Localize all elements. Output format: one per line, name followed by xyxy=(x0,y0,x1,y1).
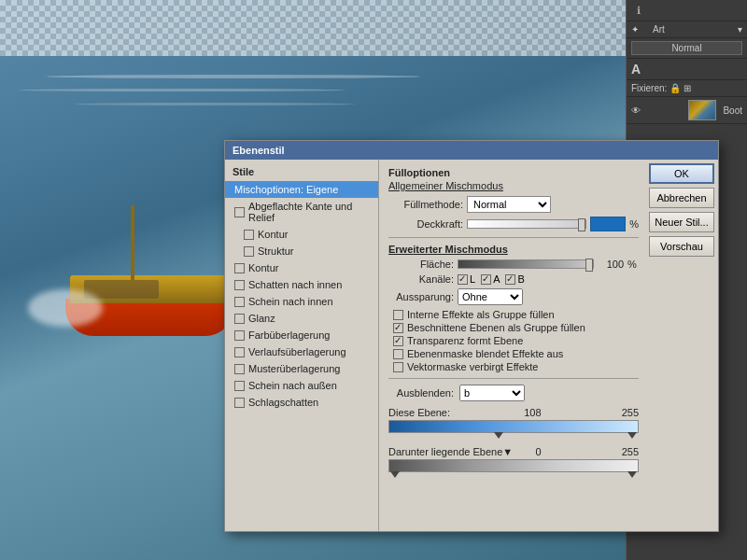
sidebar-header: Stile xyxy=(225,164,378,181)
a-icon: A xyxy=(631,62,641,77)
check1-box[interactable] xyxy=(393,310,403,320)
channel-l-checkbox[interactable] xyxy=(458,274,468,285)
sidebar-item-struktur[interactable]: Struktur xyxy=(225,243,378,259)
sidebar-item-abgeflachte[interactable]: Abgeflachte Kante und Relief xyxy=(225,198,378,226)
section1-title: Fülloptionen xyxy=(388,167,639,178)
kontur2-checkbox[interactable] xyxy=(234,263,245,273)
top-checker xyxy=(0,0,626,56)
channel-b[interactable]: B xyxy=(505,273,524,285)
kanaele-row: Kanäle: L A B xyxy=(388,273,639,285)
fullmethode-dropdown[interactable]: Normal xyxy=(467,196,551,213)
dialog-sidebar: Stile Mischoptionen: Eigene Abgeflachte … xyxy=(225,160,379,531)
sidebar-item-schein-innen[interactable]: Schein nach innen xyxy=(225,293,378,310)
diese-ebene-left: 108 xyxy=(524,407,541,418)
diese-ebene-right-arrow[interactable] xyxy=(627,432,637,439)
channel-a-label: A xyxy=(493,273,500,285)
aussparung-row: Aussparung: Ohne xyxy=(388,288,639,305)
check3-box[interactable] xyxy=(393,336,403,346)
abgeflachte-checkbox[interactable] xyxy=(234,207,245,217)
verlauf-checkbox[interactable] xyxy=(234,347,245,357)
info-icon: ℹ xyxy=(631,3,646,18)
channel-checkboxes: L A B xyxy=(458,273,525,285)
diese-ebene-left-arrow[interactable] xyxy=(494,432,503,439)
ok-button[interactable]: OK xyxy=(649,163,714,184)
check4-box[interactable] xyxy=(393,349,403,359)
check2-box[interactable] xyxy=(393,323,403,333)
glanz-checkbox[interactable] xyxy=(234,314,245,324)
schatten-innen-label: Schatten nach innen xyxy=(248,279,342,290)
abbrechen-button[interactable]: Abbrechen xyxy=(649,188,714,208)
sidebar-item-verlaufsüberlagerung[interactable]: Verlaufsüberlagerung xyxy=(225,343,378,360)
divider1 xyxy=(388,237,639,238)
schein-innen-checkbox[interactable] xyxy=(234,297,245,307)
flache-label: Fläche: xyxy=(388,259,454,270)
sidebar-item-muster[interactable]: Musterüberlagerung xyxy=(225,360,378,377)
channel-b-checkbox[interactable] xyxy=(505,274,515,285)
ausblenden-label: Ausblenden: xyxy=(388,387,454,399)
darunter-left-arrow[interactable] xyxy=(390,471,400,478)
splash xyxy=(28,289,103,327)
schein-aussen-checkbox[interactable] xyxy=(234,381,245,391)
sidebar-item-kontur2[interactable]: Kontur xyxy=(225,259,378,276)
darunter-right-arrow[interactable] xyxy=(627,471,637,478)
panel-layer-row[interactable]: 👁 Boot xyxy=(627,97,747,124)
flache-value: 100 xyxy=(598,259,624,270)
eye-icon[interactable]: 👁 xyxy=(631,105,641,116)
panel-info-row: ℹ xyxy=(627,0,747,21)
channel-a[interactable]: A xyxy=(481,273,500,285)
darunter-band: Darunter liegende Ebene▼ 0 255 xyxy=(388,446,639,472)
abgeflachte-label: Abgeflachte Kante und Relief xyxy=(248,201,371,223)
check5-box[interactable] xyxy=(393,362,403,372)
vorschau-button[interactable]: Vorschau xyxy=(649,236,714,257)
flache-slider[interactable] xyxy=(458,259,594,269)
deckkraft-unit: % xyxy=(629,218,639,230)
farbuberlagerung-checkbox[interactable] xyxy=(234,330,245,341)
check3-row: Transparenz formt Ebene xyxy=(388,335,639,346)
struktur-checkbox[interactable] xyxy=(244,246,254,257)
section1-subtitle: Allgemeiner Mischmodus xyxy=(388,180,639,191)
diese-ebene-header: Diese Ebene: 108 255 xyxy=(388,407,639,418)
deckkraft-input[interactable]: 100 xyxy=(590,217,626,231)
deckkraft-thumb[interactable] xyxy=(578,218,585,231)
sidebar-item-kontur1[interactable]: Kontur xyxy=(225,226,378,243)
darunter-right: 255 xyxy=(622,446,639,457)
channel-l[interactable]: L xyxy=(458,273,475,285)
diese-ebene-track[interactable] xyxy=(388,420,639,433)
neuer-stil-button[interactable]: Neuer Stil... xyxy=(649,212,714,232)
darunter-track[interactable] xyxy=(388,459,639,472)
verlauf-label: Verlaufsüberlagerung xyxy=(248,346,346,357)
panel-fixieren-row: Fixieren: 🔒 ⊞ xyxy=(627,80,747,97)
section2-subtitle: Erweiterter Mischmodus xyxy=(388,244,639,255)
fixieren-label: Fixieren: xyxy=(631,83,667,93)
check5-label: Vektormaske verbirgt Effekte xyxy=(407,361,538,372)
sidebar-item-schatten-innen[interactable]: Schatten nach innen xyxy=(225,276,378,293)
panel-art-row: ✦ Art ▾ xyxy=(627,21,747,38)
kontur1-checkbox[interactable] xyxy=(244,230,254,240)
darunter-values: 0 255 xyxy=(535,446,639,457)
diese-ebene-right: 255 xyxy=(622,407,639,418)
deckkraft-slider[interactable] xyxy=(467,219,586,229)
panel-blend-row[interactable]: Normal xyxy=(627,38,747,59)
sidebar-item-schlagschatten[interactable]: Schlagschatten xyxy=(225,394,378,411)
fullmethode-row: Füllmethode: Normal xyxy=(388,196,639,213)
panel-a-row: A xyxy=(627,59,747,80)
sidebar-item-farbuberlagerung[interactable]: Farbüberlagerung xyxy=(225,327,378,343)
sidebar-item-schein-aussen[interactable]: Schein nach außen xyxy=(225,377,378,394)
check5-row: Vektormaske verbirgt Effekte xyxy=(388,361,639,372)
aussparung-dropdown[interactable]: Ohne xyxy=(458,288,523,305)
ebenenstil-dialog: Ebenenstil Stile Mischoptionen: Eigene A… xyxy=(224,140,719,532)
check1-label: Interne Effekte als Gruppe füllen xyxy=(407,309,555,320)
schlagschatten-checkbox[interactable] xyxy=(234,398,245,408)
mischoptionen-label: Mischoptionen: Eigene xyxy=(234,184,338,195)
flache-unit: % xyxy=(627,259,639,270)
schatten-innen-checkbox[interactable] xyxy=(234,280,245,290)
channel-a-checkbox[interactable] xyxy=(481,274,491,285)
muster-checkbox[interactable] xyxy=(234,364,245,374)
glanz-label: Glanz xyxy=(248,313,275,324)
diese-ebene-label: Diese Ebene: xyxy=(388,407,450,418)
sidebar-item-mischoptionen[interactable]: Mischoptionen: Eigene xyxy=(225,181,378,198)
flache-thumb[interactable] xyxy=(585,259,593,272)
ausblenden-dropdown[interactable]: b xyxy=(459,385,525,401)
dialog-titlebar: Ebenenstil xyxy=(225,141,718,160)
sidebar-item-glanz[interactable]: Glanz xyxy=(225,310,378,327)
